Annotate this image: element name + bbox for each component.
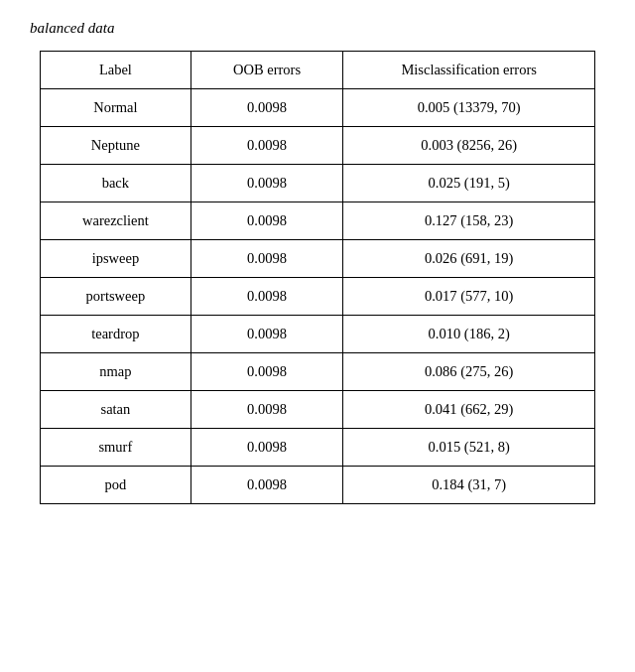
cell-label: ipsweep xyxy=(41,240,191,278)
cell-oob: 0.0098 xyxy=(190,391,343,429)
cell-oob: 0.0098 xyxy=(190,127,343,165)
cell-oob: 0.0098 xyxy=(190,165,343,202)
cell-label: back xyxy=(41,165,191,202)
table-row: back0.00980.025 (191, 5) xyxy=(41,165,595,202)
cell-label: Normal xyxy=(41,89,191,127)
cell-label: portsweep xyxy=(41,278,191,316)
cell-oob: 0.0098 xyxy=(190,429,343,467)
cell-label: nmap xyxy=(41,353,191,391)
page-title: balanced data xyxy=(30,20,605,37)
table-row: portsweep0.00980.017 (577, 10) xyxy=(41,278,595,316)
cell-misc: 0.086 (275, 26) xyxy=(343,353,595,391)
table-header-row: Label OOB errors Misclassification error… xyxy=(41,52,595,89)
cell-oob: 0.0098 xyxy=(190,240,343,278)
col-header-misc: Misclassification errors xyxy=(343,52,595,89)
col-header-oob: OOB errors xyxy=(190,52,343,89)
table-row: nmap0.00980.086 (275, 26) xyxy=(41,353,595,391)
cell-label: warezclient xyxy=(41,202,191,240)
cell-oob: 0.0098 xyxy=(190,316,343,353)
table-row: smurf0.00980.015 (521, 8) xyxy=(41,429,595,467)
cell-misc: 0.026 (691, 19) xyxy=(343,240,595,278)
cell-misc: 0.003 (8256, 26) xyxy=(343,127,595,165)
cell-oob: 0.0098 xyxy=(190,467,343,504)
table-container: Label OOB errors Misclassification error… xyxy=(30,51,605,504)
cell-misc: 0.015 (521, 8) xyxy=(343,429,595,467)
table-row: teardrop0.00980.010 (186, 2) xyxy=(41,316,595,353)
cell-label: satan xyxy=(41,391,191,429)
results-table: Label OOB errors Misclassification error… xyxy=(40,51,595,504)
col-header-label: Label xyxy=(41,52,191,89)
cell-oob: 0.0098 xyxy=(190,278,343,316)
table-row: Normal0.00980.005 (13379, 70) xyxy=(41,89,595,127)
table-row: warezclient0.00980.127 (158, 23) xyxy=(41,202,595,240)
cell-misc: 0.005 (13379, 70) xyxy=(343,89,595,127)
cell-misc: 0.127 (158, 23) xyxy=(343,202,595,240)
cell-oob: 0.0098 xyxy=(190,202,343,240)
cell-label: teardrop xyxy=(41,316,191,353)
cell-misc: 0.017 (577, 10) xyxy=(343,278,595,316)
table-row: satan0.00980.041 (662, 29) xyxy=(41,391,595,429)
cell-label: smurf xyxy=(41,429,191,467)
cell-misc: 0.184 (31, 7) xyxy=(343,467,595,504)
cell-oob: 0.0098 xyxy=(190,89,343,127)
cell-misc: 0.010 (186, 2) xyxy=(343,316,595,353)
table-row: ipsweep0.00980.026 (691, 19) xyxy=(41,240,595,278)
cell-misc: 0.025 (191, 5) xyxy=(343,165,595,202)
cell-label: pod xyxy=(41,467,191,504)
table-row: pod0.00980.184 (31, 7) xyxy=(41,467,595,504)
cell-oob: 0.0098 xyxy=(190,353,343,391)
cell-label: Neptune xyxy=(41,127,191,165)
table-row: Neptune0.00980.003 (8256, 26) xyxy=(41,127,595,165)
cell-misc: 0.041 (662, 29) xyxy=(343,391,595,429)
